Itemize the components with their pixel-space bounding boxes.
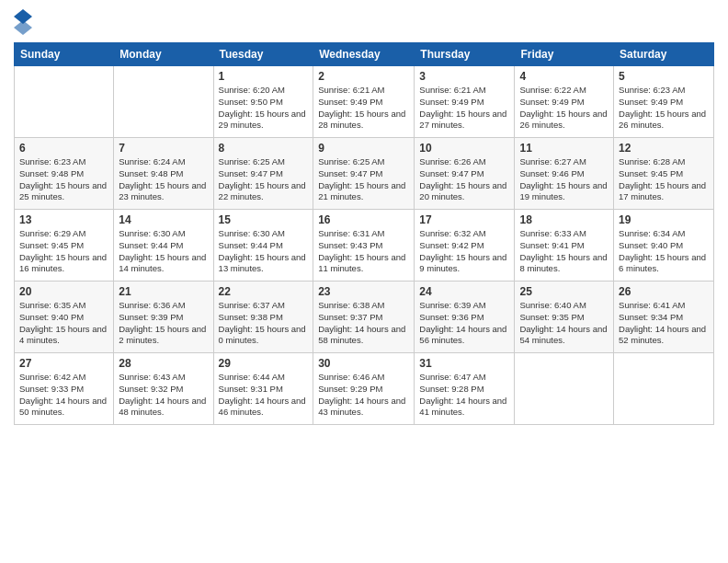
- calendar-cell: 22Sunrise: 6:37 AM Sunset: 9:38 PM Dayli…: [213, 282, 313, 353]
- day-number: 30: [318, 357, 409, 370]
- day-header-saturday: Saturday: [614, 43, 714, 66]
- calendar-cell: 11Sunrise: 6:27 AM Sunset: 9:46 PM Dayli…: [515, 138, 614, 210]
- calendar-cell: 16Sunrise: 6:31 AM Sunset: 9:43 PM Dayli…: [313, 210, 415, 282]
- calendar-cell: 5Sunrise: 6:23 AM Sunset: 9:49 PM Daylig…: [614, 66, 714, 138]
- day-number: 28: [119, 357, 208, 370]
- calendar-cell: 31Sunrise: 6:47 AM Sunset: 9:28 PM Dayli…: [415, 353, 515, 425]
- calendar-cell: [114, 66, 213, 138]
- day-number: 7: [119, 142, 208, 155]
- calendar-cell: 28Sunrise: 6:43 AM Sunset: 9:32 PM Dayli…: [114, 353, 213, 425]
- cell-content: Sunrise: 6:44 AM Sunset: 9:31 PM Dayligh…: [219, 372, 309, 419]
- day-number: 5: [619, 70, 709, 83]
- calendar-cell: [15, 66, 114, 138]
- day-header-sunday: Sunday: [15, 43, 114, 66]
- cell-content: Sunrise: 6:25 AM Sunset: 9:47 PM Dayligh…: [219, 156, 309, 203]
- calendar-cell: 12Sunrise: 6:28 AM Sunset: 9:45 PM Dayli…: [614, 138, 714, 210]
- day-number: 3: [419, 70, 509, 83]
- cell-content: Sunrise: 6:40 AM Sunset: 9:35 PM Dayligh…: [519, 300, 609, 347]
- day-number: 9: [318, 142, 409, 155]
- calendar-week-4: 20Sunrise: 6:35 AM Sunset: 9:40 PM Dayli…: [15, 282, 714, 353]
- calendar-cell: 24Sunrise: 6:39 AM Sunset: 9:36 PM Dayli…: [415, 282, 515, 353]
- calendar-cell: 29Sunrise: 6:44 AM Sunset: 9:31 PM Dayli…: [213, 353, 313, 425]
- day-number: 2: [318, 70, 409, 83]
- calendar: SundayMondayTuesdayWednesdayThursdayFrid…: [14, 42, 714, 425]
- day-number: 1: [219, 70, 309, 83]
- calendar-cell: 2Sunrise: 6:21 AM Sunset: 9:49 PM Daylig…: [313, 66, 415, 138]
- cell-content: Sunrise: 6:31 AM Sunset: 9:43 PM Dayligh…: [318, 228, 409, 275]
- day-number: 16: [318, 213, 409, 226]
- day-number: 19: [619, 213, 709, 226]
- calendar-cell: 19Sunrise: 6:34 AM Sunset: 9:40 PM Dayli…: [614, 210, 714, 282]
- svg-marker-1: [14, 20, 32, 35]
- day-number: 24: [419, 285, 509, 298]
- calendar-cell: [515, 353, 614, 425]
- calendar-cell: 26Sunrise: 6:41 AM Sunset: 9:34 PM Dayli…: [614, 282, 714, 353]
- day-number: 31: [419, 357, 509, 370]
- cell-content: Sunrise: 6:29 AM Sunset: 9:45 PM Dayligh…: [19, 228, 108, 275]
- cell-content: Sunrise: 6:30 AM Sunset: 9:44 PM Dayligh…: [119, 228, 208, 275]
- day-number: 10: [419, 142, 509, 155]
- cell-content: Sunrise: 6:39 AM Sunset: 9:36 PM Dayligh…: [419, 300, 509, 347]
- calendar-cell: 14Sunrise: 6:30 AM Sunset: 9:44 PM Dayli…: [114, 210, 213, 282]
- calendar-header-row: SundayMondayTuesdayWednesdayThursdayFrid…: [15, 43, 714, 66]
- cell-content: Sunrise: 6:24 AM Sunset: 9:48 PM Dayligh…: [119, 156, 208, 203]
- day-number: 6: [19, 142, 108, 155]
- calendar-cell: 6Sunrise: 6:23 AM Sunset: 9:48 PM Daylig…: [15, 138, 114, 210]
- cell-content: Sunrise: 6:20 AM Sunset: 9:50 PM Dayligh…: [219, 85, 309, 132]
- calendar-cell: [614, 353, 714, 425]
- day-number: 15: [219, 213, 309, 226]
- day-number: 12: [619, 142, 709, 155]
- day-number: 18: [519, 213, 609, 226]
- cell-content: Sunrise: 6:37 AM Sunset: 9:38 PM Dayligh…: [219, 300, 309, 347]
- calendar-cell: 13Sunrise: 6:29 AM Sunset: 9:45 PM Dayli…: [15, 210, 114, 282]
- calendar-cell: 4Sunrise: 6:22 AM Sunset: 9:49 PM Daylig…: [515, 66, 614, 138]
- cell-content: Sunrise: 6:30 AM Sunset: 9:44 PM Dayligh…: [219, 228, 309, 275]
- day-number: 17: [419, 213, 509, 226]
- cell-content: Sunrise: 6:34 AM Sunset: 9:40 PM Dayligh…: [619, 228, 709, 275]
- day-number: 25: [519, 285, 609, 298]
- calendar-week-5: 27Sunrise: 6:42 AM Sunset: 9:33 PM Dayli…: [15, 353, 714, 425]
- day-number: 23: [318, 285, 409, 298]
- day-number: 8: [219, 142, 309, 155]
- calendar-cell: 17Sunrise: 6:32 AM Sunset: 9:42 PM Dayli…: [415, 210, 515, 282]
- day-header-friday: Friday: [515, 43, 614, 66]
- cell-content: Sunrise: 6:23 AM Sunset: 9:48 PM Dayligh…: [19, 156, 108, 203]
- calendar-week-3: 13Sunrise: 6:29 AM Sunset: 9:45 PM Dayli…: [15, 210, 714, 282]
- calendar-cell: 18Sunrise: 6:33 AM Sunset: 9:41 PM Dayli…: [515, 210, 614, 282]
- day-number: 11: [519, 142, 609, 155]
- cell-content: Sunrise: 6:28 AM Sunset: 9:45 PM Dayligh…: [619, 156, 709, 203]
- cell-content: Sunrise: 6:43 AM Sunset: 9:32 PM Dayligh…: [119, 372, 208, 419]
- day-number: 29: [219, 357, 309, 370]
- day-header-tuesday: Tuesday: [213, 43, 313, 66]
- calendar-cell: 27Sunrise: 6:42 AM Sunset: 9:33 PM Dayli…: [15, 353, 114, 425]
- day-number: 21: [119, 285, 208, 298]
- calendar-cell: 3Sunrise: 6:21 AM Sunset: 9:49 PM Daylig…: [415, 66, 515, 138]
- calendar-cell: 7Sunrise: 6:24 AM Sunset: 9:48 PM Daylig…: [114, 138, 213, 210]
- page: SundayMondayTuesdayWednesdayThursdayFrid…: [0, 0, 728, 563]
- calendar-cell: 21Sunrise: 6:36 AM Sunset: 9:39 PM Dayli…: [114, 282, 213, 353]
- cell-content: Sunrise: 6:47 AM Sunset: 9:28 PM Dayligh…: [419, 372, 509, 419]
- calendar-cell: 8Sunrise: 6:25 AM Sunset: 9:47 PM Daylig…: [213, 138, 313, 210]
- cell-content: Sunrise: 6:46 AM Sunset: 9:29 PM Dayligh…: [318, 372, 409, 419]
- cell-content: Sunrise: 6:33 AM Sunset: 9:41 PM Dayligh…: [519, 228, 609, 275]
- calendar-cell: 25Sunrise: 6:40 AM Sunset: 9:35 PM Dayli…: [515, 282, 614, 353]
- calendar-cell: 15Sunrise: 6:30 AM Sunset: 9:44 PM Dayli…: [213, 210, 313, 282]
- cell-content: Sunrise: 6:27 AM Sunset: 9:46 PM Dayligh…: [519, 156, 609, 203]
- day-number: 4: [519, 70, 609, 83]
- calendar-cell: 23Sunrise: 6:38 AM Sunset: 9:37 PM Dayli…: [313, 282, 415, 353]
- calendar-cell: 20Sunrise: 6:35 AM Sunset: 9:40 PM Dayli…: [15, 282, 114, 353]
- day-number: 14: [119, 213, 208, 226]
- header: [14, 9, 714, 35]
- day-header-thursday: Thursday: [415, 43, 515, 66]
- cell-content: Sunrise: 6:36 AM Sunset: 9:39 PM Dayligh…: [119, 300, 208, 347]
- day-header-monday: Monday: [114, 43, 213, 66]
- day-header-wednesday: Wednesday: [313, 43, 415, 66]
- cell-content: Sunrise: 6:42 AM Sunset: 9:33 PM Dayligh…: [19, 372, 108, 419]
- day-number: 13: [19, 213, 108, 226]
- cell-content: Sunrise: 6:41 AM Sunset: 9:34 PM Dayligh…: [619, 300, 709, 347]
- cell-content: Sunrise: 6:25 AM Sunset: 9:47 PM Dayligh…: [318, 156, 409, 203]
- cell-content: Sunrise: 6:23 AM Sunset: 9:49 PM Dayligh…: [619, 85, 709, 132]
- cell-content: Sunrise: 6:26 AM Sunset: 9:47 PM Dayligh…: [419, 156, 509, 203]
- cell-content: Sunrise: 6:22 AM Sunset: 9:49 PM Dayligh…: [519, 85, 609, 132]
- calendar-cell: 10Sunrise: 6:26 AM Sunset: 9:47 PM Dayli…: [415, 138, 515, 210]
